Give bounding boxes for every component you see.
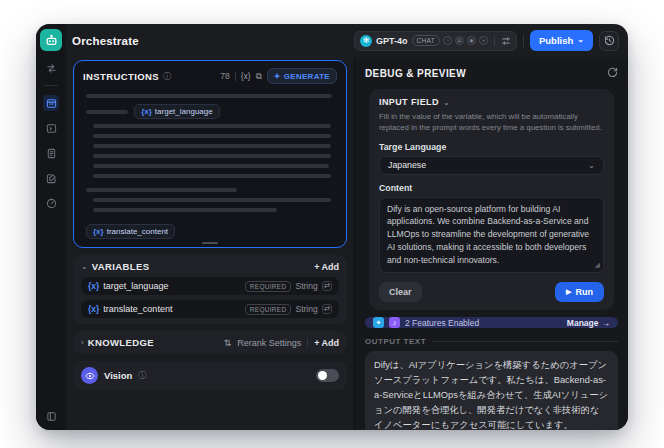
char-count: 78: [220, 71, 229, 81]
variable-tag[interactable]: {x} translate_content: [86, 224, 175, 239]
debug-panel: DEBUG & PREVIEW INPUT FIELD ⌄ Fill in th…: [354, 57, 628, 430]
publish-button[interactable]: Publish ⌄: [530, 30, 593, 51]
generate-label: GENERATE: [284, 72, 330, 81]
info-icon: ⓘ: [163, 71, 171, 82]
variable-tag[interactable]: {x} target_language: [134, 104, 220, 119]
input-field-description: Fill in the value of the variable, which…: [379, 111, 604, 134]
chevron-down-icon: ⌄: [588, 161, 595, 170]
page-title: Orchestrate: [72, 35, 139, 47]
prompt-editor[interactable]: {x} target_language: [83, 84, 337, 239]
change-type-icon[interactable]: ⇄: [322, 304, 332, 314]
variable-row[interactable]: {x} target_language REQUIRED String ⇄: [81, 277, 339, 295]
sidebar-item-monitoring[interactable]: [43, 195, 59, 211]
instructions-panel[interactable]: INSTRUCTIONS ⓘ 78 {x} ⧉ ✦ GENERATE: [73, 60, 347, 248]
insert-variable-icon[interactable]: {x}: [241, 71, 251, 81]
sidebar-divider: [44, 85, 58, 86]
content-textarea[interactable]: Dify is an open-source platform for buil…: [379, 197, 604, 273]
sidebar-item-orchestrate[interactable]: [43, 95, 59, 111]
required-badge: REQUIRED: [245, 281, 292, 292]
vision-toggle[interactable]: [316, 369, 339, 382]
variable-icon: {x}: [93, 227, 104, 236]
output-text: Difyは、AIアプリケーションを構築するためのオープンソースプラットフォームで…: [365, 351, 618, 430]
manage-features-link[interactable]: Manage →: [567, 318, 610, 328]
main-area: Orchestrate ✻ GPT-4o CHAT ◔ ▤ ◉ ◖ Publis…: [66, 24, 628, 430]
version-history-button[interactable]: [599, 31, 619, 51]
sidebar-item-preview[interactable]: [43, 120, 59, 136]
add-knowledge-button[interactable]: + Add: [314, 338, 339, 348]
refresh-icon[interactable]: [607, 64, 618, 82]
input-field-title: INPUT FIELD: [379, 97, 439, 107]
variable-icon: {x}: [88, 281, 99, 291]
rerank-icon: ⇅: [224, 338, 232, 348]
eye-icon: [81, 367, 98, 384]
plus-icon: +: [314, 338, 319, 348]
chevron-down-icon: ⌄: [577, 35, 584, 44]
top-bar: Orchestrate ✻ GPT-4o CHAT ◔ ▤ ◉ ◖ Publis…: [66, 24, 628, 57]
resize-handle[interactable]: [202, 242, 218, 244]
model-mode-badge: CHAT: [412, 35, 440, 46]
resize-grip-icon[interactable]: ◢: [595, 260, 600, 271]
orchestrate-column: INSTRUCTIONS ⓘ 78 {x} ⧉ ✦ GENERATE: [66, 57, 354, 430]
collapse-sidebar-icon[interactable]: [43, 408, 59, 424]
generate-button[interactable]: ✦ GENERATE: [267, 68, 337, 84]
instructions-title: INSTRUCTIONS: [83, 71, 159, 82]
feature-sparkle-icon: ✦: [373, 317, 384, 328]
variable-icon: {x}: [88, 304, 99, 314]
features-bar[interactable]: ✦ ♪ 2 Features Enabled Manage →: [365, 317, 618, 328]
input-field-card: INPUT FIELD ⌄ Fill in the value of the v…: [369, 89, 614, 310]
output-divider: [432, 341, 618, 342]
chevron-down-icon[interactable]: ⌄: [81, 262, 88, 271]
variable-row[interactable]: {x} translate_content REQUIRED String ⇄: [81, 300, 339, 318]
publish-label: Publish: [539, 35, 573, 46]
sparkle-icon: ✦: [274, 72, 281, 81]
sidebar-item-annotations[interactable]: [43, 170, 59, 186]
content-label: Content: [379, 183, 604, 193]
vision-label: Vision: [104, 370, 132, 381]
run-button[interactable]: ▶ Run: [555, 282, 604, 302]
model-settings-icon[interactable]: [43, 60, 59, 76]
plus-icon: +: [314, 262, 319, 272]
content-area: INSTRUCTIONS ⓘ 78 {x} ⧉ ✦ GENERATE: [66, 57, 628, 430]
required-badge: REQUIRED: [245, 304, 292, 315]
instructions-header: INSTRUCTIONS ⓘ 78 {x} ⧉ ✦ GENERATE: [83, 68, 337, 84]
knowledge-card: › KNOWLEDGE ⇅ Rerank Settings + Add: [73, 331, 347, 354]
chevron-down-icon[interactable]: ⌄: [443, 98, 450, 107]
vision-card: Vision ⓘ: [73, 361, 347, 390]
capability-badge-icon: ◔: [443, 36, 452, 45]
play-icon: ▶: [566, 288, 571, 296]
target-language-label: Targe Language: [379, 142, 604, 152]
change-type-icon[interactable]: ⇄: [322, 281, 332, 291]
output-text-title: OUTPUT TEXT: [365, 337, 426, 346]
capability-badge-icon: ◖: [479, 36, 488, 45]
pill-divider: [494, 36, 495, 46]
knowledge-title: KNOWLEDGE: [88, 337, 154, 348]
chevron-right-icon[interactable]: ›: [81, 338, 84, 347]
model-params-icon[interactable]: [501, 32, 511, 50]
debug-title: DEBUG & PREVIEW: [365, 68, 466, 79]
rerank-settings-button[interactable]: Rerank Settings: [237, 338, 301, 348]
topbar-divider: [523, 35, 524, 47]
copy-icon[interactable]: ⧉: [256, 71, 262, 82]
divider: [307, 338, 308, 348]
variables-title: VARIABLES: [92, 261, 150, 272]
openai-logo-icon: ✻: [360, 35, 372, 47]
app-window: Orchestrate ✻ GPT-4o CHAT ◔ ▤ ◉ ◖ Publis…: [36, 24, 628, 430]
sidebar-item-logs[interactable]: [43, 145, 59, 161]
header-divider: [235, 72, 236, 81]
features-enabled-text: 2 Features Enabled: [405, 318, 479, 328]
info-icon: ⓘ: [138, 370, 146, 381]
app-logo-robot-icon[interactable]: [40, 29, 62, 51]
variable-icon: {x}: [141, 107, 152, 116]
feature-tts-icon: ♪: [389, 317, 400, 328]
clear-button[interactable]: Clear: [379, 282, 422, 302]
capability-badge-icon: ◉: [467, 36, 476, 45]
arrow-right-icon: →: [602, 318, 611, 328]
sidebar: [36, 24, 66, 430]
variables-card: ⌄ VARIABLES + Add {x} target_language RE…: [73, 255, 347, 324]
capability-badge-icon: ▤: [455, 36, 464, 45]
model-name: GPT-4o: [376, 36, 408, 46]
target-language-select[interactable]: Japanese ⌄: [379, 156, 604, 175]
add-variable-button[interactable]: + Add: [314, 262, 339, 272]
model-selector[interactable]: ✻ GPT-4o CHAT ◔ ▤ ◉ ◖: [354, 31, 517, 51]
